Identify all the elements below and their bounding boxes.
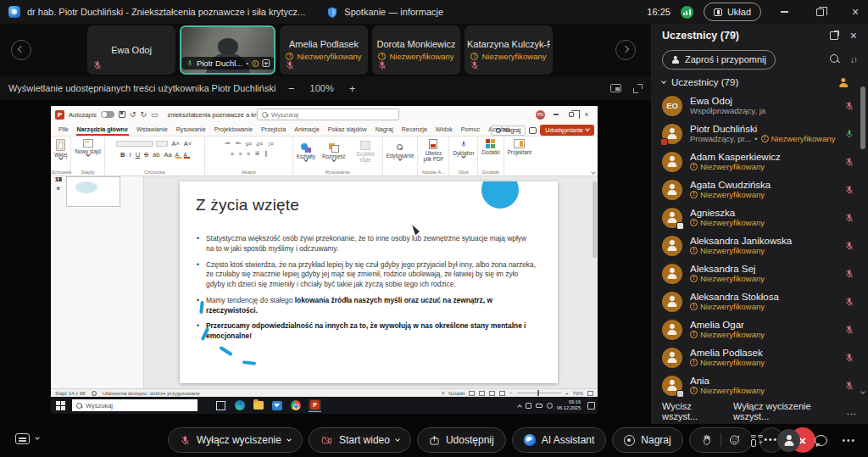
edge-icon[interactable]: [234, 400, 245, 411]
participant-mic-icon[interactable]: [844, 353, 854, 363]
windows-search-box[interactable]: Wyszukaj: [72, 399, 198, 411]
indent-increase-icon[interactable]: ≥≡: [257, 141, 263, 147]
highlight-color-icon[interactable]: A: [175, 152, 181, 158]
pin-video-icon[interactable]: [262, 59, 270, 67]
more-panels-icon[interactable]: •••: [842, 437, 856, 445]
participant-row[interactable]: Aleksandra Janikowska • ! Niezweryfikowa…: [651, 231, 868, 259]
ppt-search-box[interactable]: Wyszukaj: [257, 109, 399, 120]
numbered-list-icon[interactable]: ≕: [235, 140, 241, 147]
normal-view-icon[interactable]: [469, 391, 475, 396]
participant-row[interactable]: Adam Kasperkiewicz • ! Niezweryfikowany: [651, 148, 868, 176]
slide-thumbnail-image[interactable]: [66, 176, 120, 207]
ppt-ribbon-tab[interactable]: Plik: [54, 124, 73, 135]
file-explorer-icon[interactable]: [253, 400, 264, 411]
ppt-account-avatar[interactable]: PD: [536, 110, 545, 120]
sort-participants-icon[interactable]: ↓↑: [850, 55, 857, 64]
zoom-in-icon[interactable]: +: [565, 390, 569, 396]
raise-hand-icon[interactable]: [701, 434, 713, 446]
accessibility-status[interactable]: Ułatwienia dostępu: dobrze przygotowane: [103, 390, 200, 396]
participant-row[interactable]: Aleksandra Stokłosa • ! Niezweryfikowany: [651, 287, 868, 315]
video-tile[interactable]: Katarzyna Kulczyk-Fo... • ! Katarzyna Ku…: [465, 25, 553, 75]
bullet-list-icon[interactable]: ≔: [225, 140, 231, 147]
video-tile[interactable]: Piotr Duchl... • ! Piotr Duchl... ! Niez…: [180, 25, 275, 75]
character-spacing-icon[interactable]: ab: [152, 151, 160, 159]
notes-toggle[interactable]: Notatki: [448, 390, 465, 396]
section-title[interactable]: Uczestnicy (79): [671, 77, 738, 87]
ppt-ribbon-tab[interactable]: Przejścia: [257, 124, 290, 135]
participant-row[interactable]: Agata Cwudzińska • ! Niezweryfikowany: [651, 176, 868, 203]
editing-button[interactable]: Edytowanie: [387, 144, 415, 160]
strikethrough-icon[interactable]: S: [143, 151, 149, 159]
ppt-ribbon-tab[interactable]: Acrobat: [484, 124, 514, 135]
underline-icon[interactable]: U: [135, 151, 141, 159]
font-color-icon[interactable]: A: [184, 152, 190, 158]
slideshow-icon[interactable]: [499, 391, 505, 396]
layout-button[interactable]: Układ: [704, 3, 761, 21]
align-center-icon[interactable]: ≡: [238, 151, 242, 157]
participant-mic-icon[interactable]: [844, 269, 854, 279]
popout-panel-icon[interactable]: [830, 31, 839, 40]
italic-icon[interactable]: I: [129, 151, 132, 159]
fit-slide-icon[interactable]: [587, 391, 593, 396]
picture-in-picture-icon[interactable]: [610, 84, 621, 92]
ppt-restore-button[interactable]: [565, 108, 578, 121]
share-button[interactable]: Udostępnij: [417, 427, 506, 453]
participant-mic-icon[interactable]: [844, 381, 854, 391]
zoom-in-button[interactable]: +: [349, 82, 356, 95]
record-button[interactable]: Nagraj: [612, 427, 682, 453]
current-slide[interactable]: Z życia wzięte Statystyczna większość os…: [180, 181, 558, 383]
minimize-button[interactable]: [771, 0, 797, 24]
zoom-out-button[interactable]: −: [288, 82, 295, 95]
participant-mic-icon[interactable]: [844, 157, 854, 167]
ppt-ribbon-tab[interactable]: Nagraj: [371, 124, 398, 135]
battery-icon[interactable]: [536, 404, 542, 408]
ppt-ribbon-tab[interactable]: Rysowanie: [172, 124, 210, 135]
apps-icon[interactable]: +: [751, 435, 763, 447]
participant-mic-icon[interactable]: [844, 129, 854, 139]
quick-styles-button[interactable]: Szybkie style: [353, 141, 379, 163]
network-icon[interactable]: [547, 403, 553, 409]
zoom-slider[interactable]: [517, 393, 561, 394]
tray-icon[interactable]: [526, 403, 531, 409]
undo-icon[interactable]: ↺: [130, 110, 136, 119]
font-name-box[interactable]: [116, 141, 153, 147]
participant-row[interactable]: Amelia Ogar • ! Niezweryfikowany: [651, 315, 868, 343]
ppt-ribbon-tab[interactable]: Pomoc: [457, 124, 484, 135]
grow-font-icon[interactable]: A˄: [170, 140, 180, 148]
start-presentation-icon[interactable]: ▭: [151, 110, 159, 119]
filmstrip-next-button[interactable]: [615, 40, 636, 60]
create-pdf-button[interactable]: Utwórz plik PDF: [421, 139, 445, 162]
columns-icon[interactable]: ∥: [264, 150, 267, 157]
justify-icon[interactable]: ≣: [255, 150, 259, 157]
editor-scrollbar[interactable]: [593, 181, 597, 258]
addins-button[interactable]: Dodatki: [481, 139, 499, 155]
designer-button[interactable]: Projektant: [508, 139, 531, 155]
task-view-icon[interactable]: [215, 400, 226, 411]
chrome-icon[interactable]: [290, 400, 301, 411]
unmute-all-button[interactable]: Wyłącz wyciszenie wszyst...: [733, 401, 835, 421]
align-right-icon[interactable]: ≡: [247, 151, 250, 157]
fullscreen-icon[interactable]: [633, 84, 643, 93]
ppt-ribbon-tab[interactable]: Recenzja: [398, 124, 431, 135]
participant-mic-icon[interactable]: [844, 241, 854, 251]
ppt-ribbon-tab[interactable]: Wstawianie: [132, 124, 172, 135]
close-button[interactable]: ×: [843, 0, 868, 24]
ppt-ribbon-tab[interactable]: Widok: [431, 124, 457, 135]
close-panel-icon[interactable]: ×: [850, 30, 857, 42]
redo-icon[interactable]: ↻: [140, 110, 147, 119]
shrink-font-icon[interactable]: A˅: [183, 140, 192, 148]
zoom-out-icon[interactable]: −: [509, 390, 513, 396]
paste-button[interactable]: Wklej: [54, 139, 67, 159]
autosave-toggle[interactable]: [101, 111, 114, 118]
action-center-icon[interactable]: [587, 402, 595, 410]
start-video-button[interactable]: Start wideo: [309, 427, 411, 453]
unmute-button[interactable]: Wyłącz wyciszenie: [168, 427, 303, 453]
chat-icon[interactable]: [815, 435, 827, 447]
participant-mic-icon[interactable]: [844, 213, 854, 223]
participant-row[interactable]: Ania • ! Niezweryfikowany: [651, 371, 868, 398]
mute-all-button[interactable]: Wycisz wszyst...: [662, 401, 721, 421]
participant-mic-icon[interactable]: [844, 297, 854, 307]
participant-row[interactable]: Amelia Podlasek • ! Niezweryfikowany: [651, 343, 868, 371]
ppt-ribbon-tab[interactable]: Projektowanie: [210, 124, 257, 135]
bold-icon[interactable]: B: [120, 151, 125, 159]
